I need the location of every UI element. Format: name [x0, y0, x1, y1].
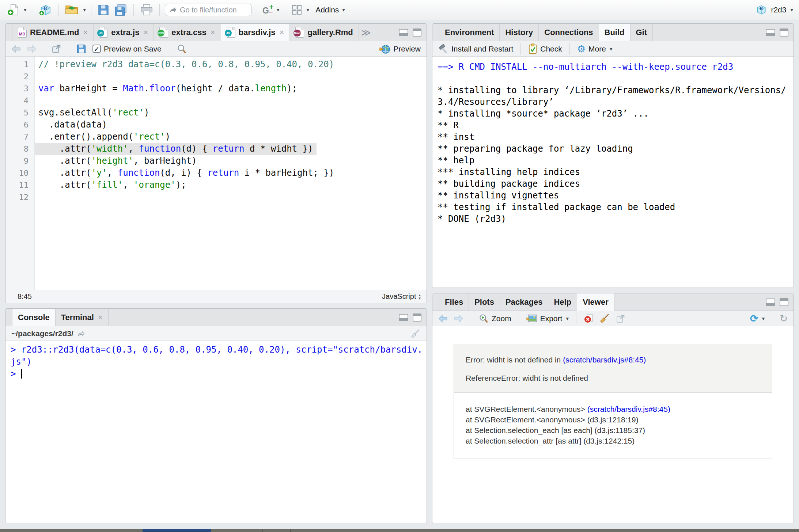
goto-arrow-icon — [169, 6, 177, 14]
goto-file-input[interactable] — [180, 6, 248, 14]
version-control-caret[interactable]: ▾ — [277, 7, 280, 13]
tab-terminal[interactable]: Terminal × — [56, 309, 109, 326]
error-file-link[interactable]: (scratch/barsdiv.js#8:45) — [587, 405, 670, 413]
close-tab-icon[interactable]: × — [211, 28, 215, 37]
build-output-line: ** preparing package for lazy loading — [438, 143, 794, 155]
close-tab-icon[interactable]: × — [280, 28, 284, 37]
minimize-pane-icon[interactable] — [766, 29, 775, 36]
tab-connections[interactable]: Connections — [539, 24, 599, 41]
editor-status-bar: 8:45 JavaScript ▴▾ — [5, 290, 427, 303]
save-file-icon[interactable] — [75, 44, 88, 54]
viewer-export-button[interactable]: Export ▾ — [525, 314, 570, 323]
more-build-caret: ▾ — [610, 46, 613, 52]
tab-git[interactable]: Git — [631, 24, 653, 41]
forward-icon[interactable] — [26, 45, 38, 53]
viewer-open-in-new-window-icon[interactable] — [614, 314, 627, 323]
css-file-icon: CSS — [159, 27, 168, 38]
svg-text:R: R — [44, 5, 48, 11]
svg-text:R: R — [760, 6, 763, 11]
tab-barsdiv-js[interactable]: JS barsdiv.js × — [221, 24, 290, 41]
clear-all-viewer-icon[interactable] — [598, 314, 611, 324]
refresh-viewer-icon[interactable]: ↻ — [778, 314, 789, 323]
viewer-back-icon[interactable] — [437, 314, 449, 323]
goto-file-box[interactable] — [165, 4, 252, 16]
more-build-button[interactable]: ⚙ More ▾ — [576, 44, 614, 54]
panes-layout-caret[interactable]: ▾ — [307, 7, 310, 13]
addins-caret[interactable]: ▾ — [342, 7, 345, 13]
maximize-pane-icon[interactable] — [413, 314, 421, 322]
tab-packages[interactable]: Packages — [500, 293, 549, 311]
viewer-forward-icon[interactable] — [452, 314, 465, 323]
close-tab-icon[interactable]: × — [98, 313, 103, 322]
addins-menu[interactable]: Addins — [315, 5, 339, 14]
main-toolbar: ▾ R ▾ G + − ▾ ▾ Addins ▾ R r2d3 — [0, 0, 799, 20]
new-file-caret[interactable]: ▾ — [24, 7, 27, 13]
tab-files[interactable]: Files — [439, 293, 469, 311]
console-output[interactable]: > r2d3::r2d3(data=c(0.3, 0.6, 0.8, 0.95,… — [5, 341, 427, 523]
panes-layout-icon[interactable] — [290, 3, 303, 17]
open-in-new-window-icon[interactable] — [50, 44, 63, 54]
tab-viewer[interactable]: Viewer — [577, 293, 614, 311]
tab-help[interactable]: Help — [548, 293, 577, 311]
tab-console[interactable]: Console — [12, 309, 56, 326]
toolbar-separator — [58, 4, 59, 16]
tab-history[interactable]: History — [500, 24, 539, 41]
minimize-pane-icon[interactable] — [399, 314, 408, 321]
version-control-icon[interactable]: G + − — [262, 4, 273, 16]
toolbar-separator — [257, 4, 257, 16]
code-line: 10 .attr('y', function(d, i) { return i … — [5, 167, 427, 179]
open-file-icon[interactable] — [64, 3, 80, 17]
preview-on-save-checkbox[interactable]: ✓ Preview on Save — [91, 45, 163, 53]
build-output-line: ==> R CMD INSTALL --no-multiarch --with-… — [438, 61, 794, 73]
tab-extra-js[interactable]: JS extra.js × — [94, 24, 154, 41]
build-output-line — [438, 73, 794, 84]
md-file-icon: MD — [18, 27, 27, 38]
maximize-pane-icon[interactable] — [413, 28, 421, 37]
toolbar-separator — [576, 313, 576, 324]
tab-extra-css[interactable]: CSS extra.css × — [154, 24, 221, 41]
minimize-pane-icon[interactable] — [399, 29, 408, 36]
minimize-pane-icon[interactable] — [766, 299, 775, 306]
new-file-icon[interactable] — [6, 3, 20, 17]
preview-button[interactable]: Preview — [378, 43, 422, 54]
save-icon[interactable] — [96, 3, 110, 17]
viewer-zoom-button[interactable]: Zoom — [477, 314, 513, 324]
save-all-icon[interactable] — [113, 3, 128, 17]
print-icon[interactable] — [139, 3, 154, 17]
tab-environment[interactable]: Environment — [439, 24, 500, 41]
tab-readme-md[interactable]: MD README.md × — [12, 24, 94, 41]
sync-viewer-icon[interactable]: ⟳ ▾ — [749, 314, 766, 323]
check-button[interactable]: Check — [527, 43, 564, 54]
language-selector[interactable]: JavaScript ▴▾ — [382, 290, 427, 303]
build-toolbar: Install and Restart Check ⚙ More ▾ — [432, 41, 794, 57]
install-and-restart-button[interactable]: Install and Restart — [437, 44, 515, 54]
remove-viewer-item-icon[interactable] — [582, 314, 595, 323]
goto-directory-icon[interactable] — [77, 330, 85, 337]
open-file-caret[interactable]: ▾ — [83, 7, 86, 13]
preview-globe-icon — [379, 43, 390, 54]
tab-gallery-rmd[interactable]: Rmd gallery.Rmd — [290, 24, 359, 41]
maximize-pane-icon[interactable] — [780, 28, 788, 37]
line-number: 6 — [5, 119, 35, 131]
tab-build[interactable]: Build — [599, 24, 631, 41]
code-search-icon[interactable] — [175, 44, 188, 54]
back-icon[interactable] — [10, 45, 22, 53]
maximize-pane-icon[interactable] — [780, 298, 788, 306]
clear-console-icon[interactable] — [410, 328, 421, 339]
viewer-pane: Files Plots Packages Help Viewer Zoom — [432, 293, 794, 523]
cursor-position[interactable]: 8:45 — [5, 290, 44, 303]
tab-plots[interactable]: Plots — [469, 293, 500, 311]
console-line: > r2d3::r2d3(data=c(0.3, 0.6, 0.8, 0.95,… — [11, 344, 427, 356]
close-tab-icon[interactable]: × — [83, 28, 88, 37]
checkbox-check-icon: ✓ — [92, 45, 101, 53]
js-file-icon: JS — [99, 27, 108, 38]
close-tab-icon[interactable]: × — [143, 28, 148, 37]
error-file-link[interactable]: (scratch/barsdiv.js#8:45) — [563, 356, 646, 364]
project-menu[interactable]: R r2d3 ▾ — [755, 4, 793, 16]
line-number: 7 — [5, 131, 35, 143]
line-number: 8 — [5, 143, 35, 155]
rstudio-window: { "main_toolbar": { "goto_placeholder": … — [0, 0, 799, 532]
code-editor[interactable]: 1// !preview r2d3 data=c(0.3, 0.6, 0.8, … — [5, 57, 427, 290]
tab-overflow-icon[interactable]: ≫ — [361, 27, 371, 38]
new-project-icon[interactable]: R — [37, 3, 53, 17]
